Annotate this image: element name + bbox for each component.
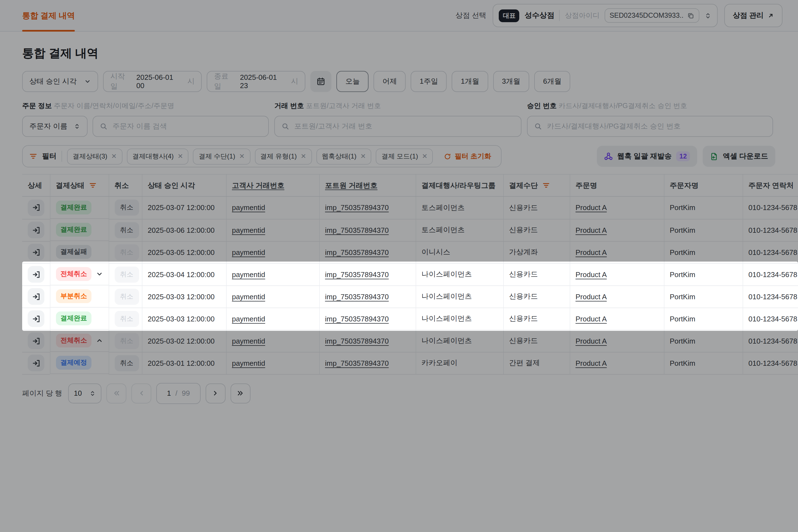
merchant-tx-link[interactable]: paymentid [232,292,265,301]
portone-tx-link[interactable]: imp_750357894370 [325,270,389,279]
merchant-tx-link[interactable]: paymentid [232,204,265,212]
status-cell: 전체취소 [50,330,108,352]
quick-range-3개월[interactable]: 3개월 [493,71,529,92]
merchant-tx-link[interactable]: paymentid [232,248,265,256]
order-search-input[interactable]: 주문자 이름 검색 [93,116,269,137]
portone-tx-link[interactable]: imp_750357894370 [325,248,389,256]
open-detail-button[interactable] [28,288,44,305]
quick-range-어제[interactable]: 어제 [374,71,406,92]
portone-tx-link[interactable]: imp_750357894370 [325,359,389,367]
cancel-button: 취소 [114,288,139,305]
open-detail-button[interactable] [28,222,44,238]
store-id-value[interactable]: SED02345DCOM3933.. [605,8,700,23]
prev-page-button[interactable] [131,383,151,403]
open-detail-button[interactable] [28,266,44,283]
chevron-up-down-icon[interactable] [705,12,712,19]
detail-cell [22,330,50,352]
chip-remove-icon[interactable]: ✕ [239,152,245,160]
payment-method-cell: 신용카드 [503,196,570,219]
portone-tx-link[interactable]: imp_750357894370 [325,337,389,345]
chip-remove-icon[interactable]: ✕ [360,152,366,160]
chip-remove-icon[interactable]: ✕ [422,152,428,160]
order-name-cell: Product A [570,241,664,263]
order-name-link[interactable]: Product A [575,337,607,345]
excel-download-button[interactable]: 엑셀 다운로드 [703,146,775,167]
merchant-tx-link[interactable]: paymentid [232,337,265,345]
first-page-button[interactable] [107,383,126,403]
filter-reset-button[interactable]: 필터 초기화 [441,151,495,162]
order-name-link[interactable]: Product A [575,204,607,212]
filter-chip[interactable]: 결제 유형(1)✕ [255,148,312,164]
merchant-tx-link[interactable]: paymentid [232,359,265,367]
portone-tx-link[interactable]: imp_750357894370 [325,315,389,323]
payment-status-badge: 전체취소 [56,267,92,281]
store-primary-badge: 대표 [499,9,519,22]
copy-icon[interactable] [687,12,695,19]
open-detail-button[interactable] [28,310,44,327]
merchant-tx-link[interactable]: paymentid [232,226,265,234]
cancel-button[interactable]: 취소 [114,200,139,216]
column-filter-icon [542,182,549,189]
order-name-cell: Product A [570,285,664,307]
order-field-select[interactable]: 주문자 이름 [22,116,88,137]
order-name-link[interactable]: Product A [575,292,607,301]
cancel-button[interactable]: 취소 [114,355,139,371]
portone-tx-link[interactable]: imp_750357894370 [325,292,389,301]
quick-range-1개월[interactable]: 1개월 [452,71,488,92]
store-manage-button[interactable]: 상점 관리 [725,4,782,27]
detail-cell [22,352,50,374]
store-selector[interactable]: 대표 성수상점 상점아이디 SED02345DCOM3933.. [493,4,718,27]
column-header-7[interactable]: 결제수단 [503,174,570,196]
order-name-link[interactable]: Product A [575,315,607,323]
order-name-link[interactable]: Product A [575,270,607,279]
webhook-resend-button[interactable]: 웹훅 일괄 재발송 12 [597,146,698,167]
open-detail-button[interactable] [28,244,44,261]
column-header-4[interactable]: 고객사 거래번호 [226,174,319,196]
chip-remove-icon[interactable]: ✕ [111,152,117,160]
chip-remove-icon[interactable]: ✕ [301,152,306,160]
portone-tx-link[interactable]: imp_750357894370 [325,226,389,234]
portone-tx-link[interactable]: imp_750357894370 [325,204,389,212]
open-detail-button[interactable] [28,355,44,371]
chip-remove-icon[interactable]: ✕ [177,152,183,160]
status-cell: 결제완료 [50,219,108,241]
filter-chip[interactable]: 결제상태(3)✕ [67,148,122,164]
quick-range-buttons: 오늘어제1주일1개월3개월6개월 [336,71,570,92]
cancel-button[interactable]: 취소 [114,222,139,238]
open-detail-icon [32,292,40,301]
column-header-6[interactable]: 결제대행사/라우팅그룹 [416,174,503,196]
filter-chip[interactable]: 결제 모드(1)✕ [376,148,433,164]
quick-range-오늘[interactable]: 오늘 [336,71,368,92]
cancel-cell: 취소 [109,196,142,219]
end-date-input[interactable]: 종료일 2025-06-01 23 시 [207,71,305,92]
column-header-5[interactable]: 포트원 거래번호 [319,174,416,196]
rows-per-page-select[interactable]: 10 [68,383,101,403]
next-page-button[interactable] [205,383,225,403]
tx-search-input[interactable]: 포트원/고객사 거래 번호 [274,116,521,137]
filter-chip[interactable]: 결제대행사(4)✕ [127,148,188,164]
merchant-tx-link[interactable]: paymentid [232,270,265,279]
filter-chip[interactable]: 웹훅상태(1)✕ [316,148,371,164]
tab-integrated-payments[interactable]: 통합 결제 내역 [22,0,75,31]
start-date-input[interactable]: 시작일 2025-06-01 00 시 [103,71,202,92]
quick-range-6개월[interactable]: 6개월 [534,71,570,92]
order-name-link[interactable]: Product A [575,248,607,256]
order-info-label: 주문 정보 [22,102,52,110]
chevron-down-icon[interactable] [96,270,103,278]
order-name-link[interactable]: Product A [575,359,607,367]
quick-range-1주일[interactable]: 1주일 [411,71,446,92]
chevron-up-icon[interactable] [96,337,103,344]
column-header-1[interactable]: 결제상태 [50,174,109,196]
calendar-button[interactable] [310,71,331,92]
approval-search-input[interactable]: 카드사/결제대행사/PG결제취소 승인 번호 [527,116,773,137]
open-detail-button[interactable] [28,332,44,349]
order-name-link[interactable]: Product A [575,226,607,234]
time-type-select[interactable]: 상태 승인 시각 [22,71,98,92]
filter-chip[interactable]: 결제 수단(1)✕ [193,148,250,164]
last-page-button[interactable] [230,383,250,403]
open-detail-button[interactable] [28,200,44,216]
merchant-tx-cell: paymentid [226,196,319,219]
search-icon [100,122,108,130]
merchant-tx-link[interactable]: paymentid [232,315,265,323]
page-indicator[interactable]: 1 / 99 [156,383,200,404]
